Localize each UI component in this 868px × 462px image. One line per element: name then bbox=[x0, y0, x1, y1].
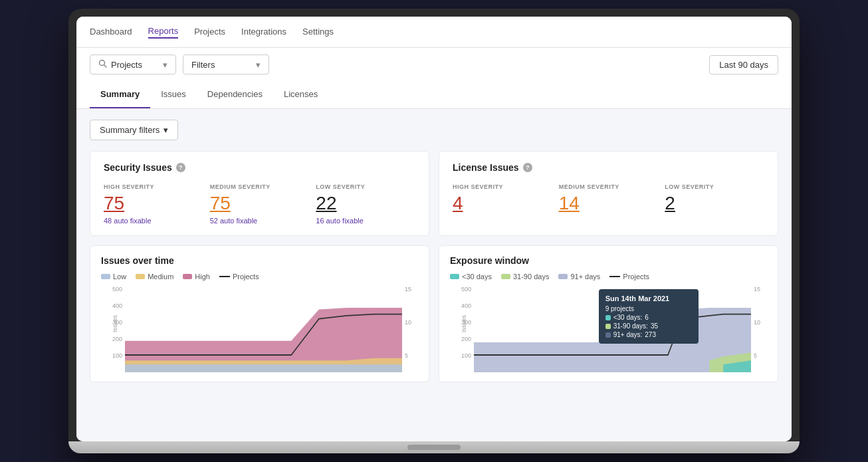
security-high-col: HIGH SEVERITY 75 48 auto fixable bbox=[104, 183, 203, 225]
legend-31-90: 31-90 days bbox=[501, 273, 549, 281]
exposure-window-card: Exposure window <30 days 31-90 days 9 bbox=[439, 245, 778, 382]
license-low-col: LOW SEVERITY 2 bbox=[665, 183, 764, 217]
security-low-fix[interactable]: 16 auto fixable bbox=[316, 217, 415, 225]
nav-projects[interactable]: Projects bbox=[194, 27, 225, 38]
tooltip-lt30-dot bbox=[605, 315, 611, 320]
license-issues-title: License Issues ? bbox=[453, 162, 764, 173]
exposure-window-legend: <30 days 31-90 days 91+ days Projec bbox=[450, 273, 767, 281]
tooltip-title: Sun 14th Mar 2021 bbox=[605, 294, 692, 302]
license-high-value[interactable]: 4 bbox=[453, 193, 552, 214]
tooltip-91-row: 91+ days: 273 bbox=[605, 331, 692, 338]
tooltip-31-90-value: 35 bbox=[651, 322, 658, 330]
tooltip-31-90-row: 31-90 days: 35 bbox=[605, 322, 692, 330]
license-low-label: LOW SEVERITY bbox=[665, 183, 764, 190]
license-issues-card: License Issues ? HIGH SEVERITY 4 MEDIUM … bbox=[439, 151, 778, 236]
nav-integrations[interactable]: Integrations bbox=[241, 27, 286, 38]
security-issues-card: Security Issues ? HIGH SEVERITY 75 48 au… bbox=[90, 151, 429, 236]
summary-filters-chevron-icon: ▾ bbox=[163, 125, 168, 135]
license-medium-col: MEDIUM SEVERITY 14 bbox=[559, 183, 659, 217]
chart-tooltip: Sun 14th Mar 2021 9 projects <30 days: 6 bbox=[599, 289, 699, 344]
legend-medium-dot bbox=[136, 274, 145, 279]
filters-label: Filters bbox=[191, 60, 215, 70]
security-medium-label: MEDIUM SEVERITY bbox=[210, 183, 310, 190]
issues-yaxis-label: Issues bbox=[112, 315, 118, 332]
legend-91plus-dot bbox=[558, 274, 568, 279]
exposure-yaxis-label: Issues bbox=[461, 315, 467, 332]
tooltip-lt30-value: 6 bbox=[645, 314, 649, 321]
legend-lt30-dot bbox=[450, 274, 459, 279]
summary-filters-label: Summary filters bbox=[100, 125, 160, 135]
cards-row: Security Issues ? HIGH SEVERITY 75 48 au… bbox=[90, 151, 778, 236]
issues-chart-area: 500 400 300 200 100 Issues 15 10 5 bbox=[101, 286, 418, 372]
main-content: Summary filters ▾ Security Issues ? HIGH… bbox=[76, 109, 792, 441]
legend-medium: Medium bbox=[136, 273, 173, 281]
legend-low: Low bbox=[101, 273, 126, 281]
license-low-value[interactable]: 2 bbox=[665, 193, 764, 214]
exposure-right-yaxis: 15 10 5 bbox=[754, 286, 767, 359]
legend-low-dot bbox=[101, 274, 110, 279]
security-medium-value[interactable]: 75 bbox=[210, 193, 310, 214]
security-low-label: LOW SEVERITY bbox=[316, 183, 415, 190]
security-issues-title: Security Issues ? bbox=[104, 162, 415, 173]
security-low-col: LOW SEVERITY 22 16 auto fixable bbox=[316, 183, 415, 225]
nav-dashboard[interactable]: Dashboard bbox=[90, 27, 132, 38]
tooltip-91-dot bbox=[605, 332, 611, 338]
exposure-window-title: Exposure window bbox=[450, 255, 767, 266]
tab-issues[interactable]: Issues bbox=[150, 81, 197, 108]
issues-svg-area bbox=[125, 286, 402, 372]
license-medium-label: MEDIUM SEVERITY bbox=[559, 183, 659, 190]
tooltip-31-90-label: 31-90 days: bbox=[613, 322, 648, 330]
security-high-label: HIGH SEVERITY bbox=[104, 183, 203, 190]
svg-marker-4 bbox=[125, 364, 402, 372]
legend-projects: Projects bbox=[219, 273, 259, 281]
license-issues-info-icon[interactable]: ? bbox=[523, 163, 532, 172]
tab-summary[interactable]: Summary bbox=[90, 81, 150, 108]
filters-dropdown[interactable]: Filters ▾ bbox=[183, 55, 269, 74]
issues-right-yaxis: 15 10 5 bbox=[405, 286, 418, 359]
tooltip-projects-row: 9 projects bbox=[605, 305, 692, 312]
tab-dependencies[interactable]: Dependencies bbox=[197, 81, 273, 108]
license-high-col: HIGH SEVERITY 4 bbox=[453, 183, 552, 217]
legend-exp-projects-line bbox=[609, 276, 620, 277]
charts-row: Issues over time Low Medium High bbox=[90, 245, 778, 382]
tab-licenses[interactable]: Licenses bbox=[273, 81, 328, 108]
filters-chevron-icon: ▾ bbox=[256, 60, 261, 70]
legend-projects-line bbox=[219, 276, 230, 277]
projects-dropdown[interactable]: Projects ▾ bbox=[90, 55, 176, 74]
summary-filters-button[interactable]: Summary filters ▾ bbox=[90, 120, 178, 140]
security-medium-fix[interactable]: 52 auto fixable bbox=[210, 217, 310, 225]
projects-chevron-icon: ▾ bbox=[163, 60, 167, 70]
security-medium-col: MEDIUM SEVERITY 75 52 auto fixable bbox=[210, 183, 310, 225]
tabs-bar: Summary Issues Dependencies Licenses bbox=[76, 81, 792, 109]
svg-line-1 bbox=[104, 65, 107, 68]
license-severity-grid: HIGH SEVERITY 4 MEDIUM SEVERITY 14 LOW S… bbox=[453, 183, 764, 217]
tooltip-91-value: 273 bbox=[645, 331, 656, 338]
legend-high: High bbox=[183, 273, 210, 281]
tooltip-lt30-label: <30 days: bbox=[613, 314, 643, 321]
issues-over-time-title: Issues over time bbox=[101, 255, 418, 266]
legend-lt30: <30 days bbox=[450, 273, 492, 281]
exposure-svg-area: Sun 14th Mar 2021 9 projects <30 days: 6 bbox=[474, 286, 751, 372]
issues-over-time-card: Issues over time Low Medium High bbox=[90, 245, 429, 382]
license-medium-value[interactable]: 14 bbox=[559, 193, 659, 214]
date-range-button[interactable]: Last 90 days bbox=[709, 55, 778, 74]
security-severity-grid: HIGH SEVERITY 75 48 auto fixable MEDIUM … bbox=[104, 183, 415, 225]
security-low-value[interactable]: 22 bbox=[316, 193, 415, 214]
security-issues-info-icon[interactable]: ? bbox=[176, 163, 185, 172]
legend-exp-projects: Projects bbox=[609, 273, 649, 281]
issues-over-time-legend: Low Medium High Projects bbox=[101, 273, 418, 281]
legend-91plus: 91+ days bbox=[558, 273, 600, 281]
legend-high-dot bbox=[183, 274, 192, 279]
nav-reports[interactable]: Reports bbox=[148, 26, 179, 39]
projects-label: Projects bbox=[111, 60, 142, 70]
security-high-fix[interactable]: 48 auto fixable bbox=[104, 217, 203, 225]
nav-settings[interactable]: Settings bbox=[302, 27, 334, 38]
tooltip-projects: 9 projects bbox=[605, 305, 634, 312]
legend-31-90-dot bbox=[501, 274, 510, 279]
nav-bar: Dashboard Reports Projects Integrations … bbox=[76, 17, 792, 47]
security-high-value[interactable]: 75 bbox=[104, 193, 203, 214]
exposure-chart-area: 500 400 300 200 100 Issues 15 10 5 bbox=[450, 286, 767, 372]
toolbar-left: Projects ▾ Filters ▾ bbox=[90, 55, 269, 74]
tooltip-31-90-dot bbox=[605, 324, 611, 329]
license-high-label: HIGH SEVERITY bbox=[453, 183, 552, 190]
